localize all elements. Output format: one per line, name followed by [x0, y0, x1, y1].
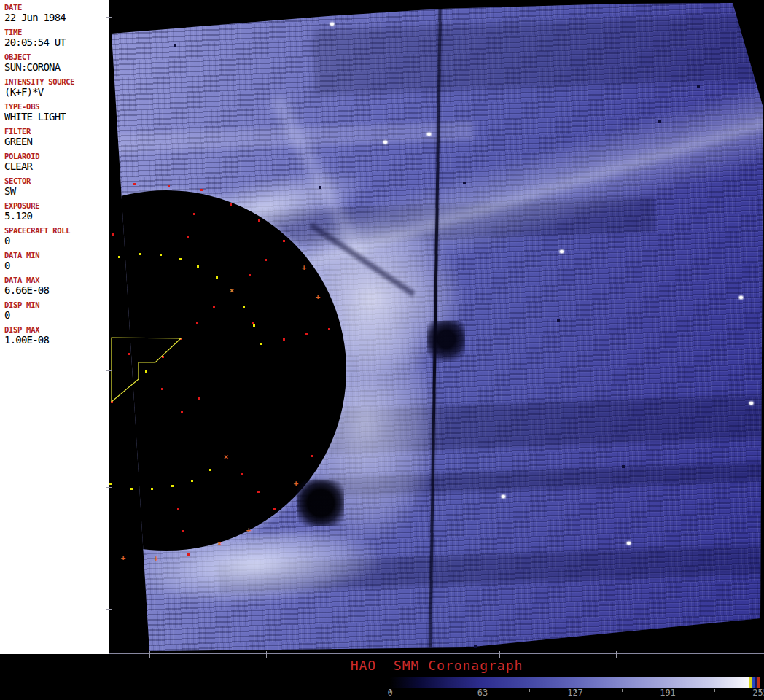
metadata-label: POLAROID	[4, 152, 109, 160]
axis-tick-bottom	[616, 651, 617, 658]
metadata-field: SECTORSW	[0, 174, 109, 198]
metadata-label: DATE	[4, 3, 109, 12]
axis-tick-left	[106, 136, 112, 136]
axis-tick-left	[106, 17, 112, 18]
metadata-panel: DATE22 Jun 1984TIME20:05:54 UTOBJECTSUN:…	[0, 0, 109, 655]
colorbar-tick	[437, 689, 437, 692]
metadata-field: DISP MAX1.00E-08	[0, 322, 109, 347]
coronagraph-image	[109, 0, 764, 654]
axis-tick-left	[106, 609, 112, 610]
axis-tick-left	[106, 487, 112, 488]
metadata-value: 22 Jun 1984	[4, 12, 109, 23]
colorbar-tick	[622, 689, 623, 692]
metadata-value: 0	[4, 235, 109, 246]
colorbar-tick	[714, 689, 715, 692]
metadata-value: WHITE LIGHT	[4, 111, 109, 122]
colorbar-tick-label: 255	[752, 688, 764, 698]
metadata-value: CLEAR	[4, 160, 109, 172]
metadata-label: DATA MAX	[4, 276, 109, 284]
coronagraph-viewer: DATE22 Jun 1984TIME20:05:54 UTOBJECTSUN:…	[0, 0, 764, 700]
colorbar-tick	[529, 689, 530, 692]
metadata-field: TYPE-OBSWHITE LIGHT	[0, 99, 109, 124]
metadata-field: FILTERGREEN	[0, 124, 109, 149]
coronagraph-image-area	[109, 0, 764, 654]
metadata-value: 0	[4, 309, 109, 321]
axis-tick-bottom	[733, 651, 733, 658]
metadata-label: DATA MIN	[4, 251, 109, 260]
metadata-value: SUN:CORONA	[4, 61, 109, 73]
metadata-field: INTENSITY SOURCE(K+F)*V	[0, 74, 109, 99]
metadata-field: DATE22 Jun 1984	[0, 0, 109, 25]
metadata-label: TYPE-OBS	[4, 102, 109, 111]
colorbar-tick-label: 191	[660, 688, 676, 698]
metadata-field: OBJECTSUN:CORONA	[0, 50, 109, 74]
colorbar-tick-label: 63	[478, 688, 488, 698]
metadata-label: FILTER	[4, 127, 109, 136]
metadata-value: 6.66E-08	[4, 284, 109, 296]
axis-tick-bottom	[266, 651, 267, 658]
metadata-value: (K+F)*V	[4, 86, 109, 98]
metadata-value: 1.00E-08	[4, 334, 109, 346]
axis-tick-bottom	[499, 651, 500, 658]
metadata-label: DISP MAX	[4, 325, 109, 334]
instrument-title: HAO SMM Coronagraph	[109, 658, 764, 673]
metadata-field: EXPOSURE5.120	[0, 198, 109, 223]
metadata-label: DISP MIN	[4, 300, 109, 309]
metadata-value: 0	[4, 260, 109, 271]
footer-bar: HAO SMM Coronagraph 063127191255	[0, 654, 764, 700]
axis-tick-left	[106, 370, 112, 371]
metadata-field: DATA MIN0	[0, 248, 109, 273]
colorbar-tick-label: 127	[567, 688, 583, 698]
metadata-label: SECTOR	[4, 176, 109, 185]
metadata-field: SPACECRAFT ROLL0	[0, 223, 109, 248]
metadata-value: SW	[4, 185, 109, 197]
metadata-label: OBJECT	[4, 52, 109, 61]
metadata-field: TIME20:05:54 UT	[0, 25, 109, 50]
secondary-dark-blob	[297, 480, 344, 526]
colorbar-end-stripe	[757, 677, 760, 688]
colorbar-tick-label: 0	[387, 688, 392, 698]
intensity-colorbar	[390, 677, 760, 688]
image-left-border	[109, 0, 109, 654]
axis-tick-bottom	[383, 651, 383, 658]
metadata-value: 20:05:54 UT	[4, 36, 109, 48]
metadata-label: SPACECRAFT ROLL	[4, 226, 109, 235]
metadata-field: DISP MIN0	[0, 298, 109, 322]
axis-tick-bottom	[149, 651, 150, 658]
metadata-label: EXPOSURE	[4, 201, 109, 210]
metadata-label: INTENSITY SOURCE	[4, 77, 109, 86]
axis-tick-left	[106, 254, 112, 254]
metadata-field: POLAROIDCLEAR	[0, 149, 109, 174]
metadata-value: GREEN	[4, 136, 109, 147]
metadata-field: DATA MAX6.66E-08	[0, 273, 109, 298]
metadata-value: 5.120	[4, 210, 109, 222]
occulter-pylon-blob	[427, 321, 465, 362]
metadata-label: TIME	[4, 28, 109, 36]
